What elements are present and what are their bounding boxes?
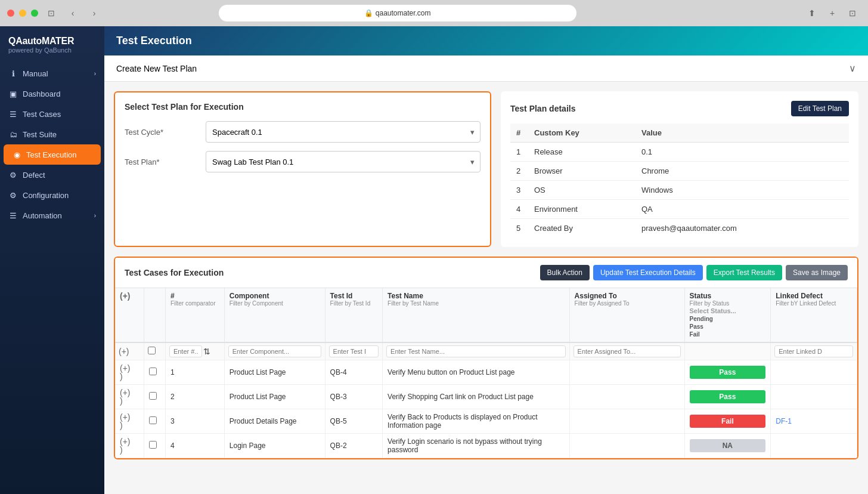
plan-details-panel: Test Plan details Edit Test Plan # Custo…	[501, 91, 858, 247]
row-num: 2	[510, 162, 528, 181]
row-key: Created By	[528, 219, 636, 238]
create-new-bar[interactable]: Create New Test Plan ∨	[104, 55, 868, 82]
filter-testname-input[interactable]	[386, 345, 566, 357]
row-key: Browser	[528, 162, 636, 181]
plan-details-title: Test Plan details	[510, 104, 575, 113]
top-row: Select Test Plan for Execution Test Cycl…	[114, 91, 858, 247]
edit-test-plan-button[interactable]: Edit Test Plan	[791, 101, 849, 116]
status-select-placeholder: Select Status...	[690, 307, 766, 315]
row-status-cell: Pass	[684, 360, 771, 385]
page-title: Test Execution	[116, 35, 192, 47]
row-check-cell	[144, 409, 165, 434]
filter-testid-cell	[325, 342, 382, 360]
filter-testid-input[interactable]	[329, 345, 379, 357]
filter-component-input[interactable]	[228, 345, 321, 357]
cycle-select-wrapper[interactable]: Spacecraft 0.1 ▾	[206, 121, 480, 143]
plan-details-header: Test Plan details Edit Test Plan	[510, 101, 849, 116]
cycle-select[interactable]: Spacecraft 0.1	[206, 121, 480, 143]
row-checkbox[interactable]	[149, 368, 157, 375]
plan-details-row: 5Created Bypravesh@qaautomater.com	[510, 219, 849, 238]
row-value: Windows	[636, 181, 849, 200]
minimize-icon[interactable]	[19, 10, 26, 17]
maximize-icon[interactable]	[31, 10, 38, 17]
row-add-cell: (+))	[115, 385, 144, 409]
execution-actions: Bulk Action Update Test Execution Detail…	[540, 265, 848, 280]
row-add-icon[interactable]: (+))	[120, 413, 139, 430]
row-testid-cell: QB-5	[325, 409, 382, 434]
row-component-cell: Product List Page	[224, 360, 325, 385]
url-bar[interactable]: 🔒 qaautomater.com	[219, 5, 576, 21]
th-assigned: Assigned To Filter by Assigned To	[569, 288, 684, 342]
status-badge[interactable]: Fail	[690, 415, 766, 428]
status-badge[interactable]: Pass	[690, 390, 766, 403]
th-assigned-filter: Filter by Assigned To	[575, 300, 680, 307]
th-status: Status Filter by Status Select Status...…	[684, 288, 771, 342]
row-assigned-cell	[569, 360, 684, 385]
chevron-right-icon-2: ›	[94, 212, 96, 219]
filter-status-cell	[684, 342, 771, 360]
plan-select[interactable]: Swag Lab Test Plan 0.1	[206, 151, 480, 172]
close-icon[interactable]	[7, 10, 14, 17]
export-results-button[interactable]: Export Test Results	[706, 265, 782, 280]
sidebar-label-configuration: Configuration	[23, 191, 69, 200]
row-add-cell: (+))	[115, 360, 144, 385]
row-value: QA	[636, 200, 849, 219]
row-num: 1	[510, 143, 528, 162]
filter-defect-input[interactable]	[774, 345, 853, 357]
row-add-icon[interactable]: (+))	[120, 364, 139, 381]
save-as-image-button[interactable]: Save as Image	[786, 265, 848, 280]
sidebar-item-automation[interactable]: ☰ Automation ›	[0, 205, 104, 226]
bulk-action-button[interactable]: Bulk Action	[540, 265, 590, 280]
row-status-cell: Pass	[684, 385, 771, 409]
status-badge[interactable]: Pass	[690, 366, 766, 379]
select-all-checkbox[interactable]	[148, 347, 156, 354]
num-stepper-icon[interactable]: ⇅	[203, 347, 210, 356]
update-execution-button[interactable]: Update Test Execution Details	[593, 265, 703, 280]
filter-add-icon[interactable]: (+)	[119, 347, 140, 356]
sidebar-label-automation: Automation	[23, 211, 62, 220]
row-key: Release	[528, 143, 636, 162]
sidebar-item-test-cases[interactable]: ☰ Test Cases	[0, 104, 104, 124]
sidebar-toggle-icon[interactable]: ⊡	[43, 5, 60, 21]
sidebar-item-defect[interactable]: ⚙ Defect	[0, 165, 104, 185]
new-tab-icon[interactable]: +	[824, 5, 841, 21]
row-checkbox[interactable]	[149, 392, 157, 400]
logo-subtitle: powered by QaBunch	[8, 47, 96, 54]
forward-icon[interactable]: ›	[86, 5, 103, 21]
select-plan-title: Select Test Plan for Execution	[125, 102, 480, 112]
filter-assigned-input[interactable]	[574, 345, 681, 357]
th-assigned-label: Assigned To	[575, 292, 680, 300]
lock-icon: 🔒	[364, 9, 373, 17]
sidebar-item-manual[interactable]: ℹ Manual ›	[0, 63, 104, 84]
test-cases-table: (+) # Filter comparator Component	[115, 288, 857, 458]
sidebar-item-dashboard[interactable]: ▣ Dashboard	[0, 84, 104, 104]
row-num-cell: 4	[165, 434, 224, 458]
add-row-icon[interactable]: (+)	[120, 292, 139, 300]
row-add-icon[interactable]: (+))	[120, 437, 139, 454]
sidebar-item-configuration[interactable]: ⚙ Configuration	[0, 185, 104, 205]
sidebar-label-test-suite: Test Suite	[23, 130, 57, 139]
filter-num-input[interactable]	[169, 345, 202, 357]
plan-label: Test Plan*	[125, 158, 196, 166]
row-checkbox[interactable]	[149, 416, 157, 424]
sidebar-item-test-execution[interactable]: ◉ Test Execution	[4, 144, 101, 165]
plan-select-wrapper[interactable]: Swag Lab Test Plan 0.1 ▾	[206, 151, 480, 172]
share-icon[interactable]: ⬆	[804, 5, 820, 21]
window-icon[interactable]: ⊡	[844, 5, 861, 21]
config-icon: ⚙	[8, 190, 18, 200]
table-row: (+)) 1 Product List Page QB-4 Verify Men…	[115, 360, 857, 385]
sidebar-label-test-cases: Test Cases	[23, 110, 61, 119]
row-component-cell: Product List Page	[224, 385, 325, 409]
page-header: Test Execution	[104, 26, 868, 55]
row-key: Environment	[528, 200, 636, 219]
filter-comp-cell	[224, 342, 325, 360]
test-table-wrapper: (+) # Filter comparator Component	[115, 288, 857, 458]
filter-num-cell: ⇅	[165, 342, 224, 360]
back-icon[interactable]: ‹	[64, 5, 81, 21]
select-plan-box: Select Test Plan for Execution Test Cycl…	[114, 91, 491, 247]
sidebar-item-test-suite[interactable]: 🗂 Test Suite	[0, 124, 104, 144]
status-badge[interactable]: NA	[690, 439, 766, 452]
row-add-icon[interactable]: (+))	[120, 388, 139, 405]
row-checkbox[interactable]	[149, 441, 157, 449]
defect-link[interactable]: DF-1	[776, 417, 792, 425]
